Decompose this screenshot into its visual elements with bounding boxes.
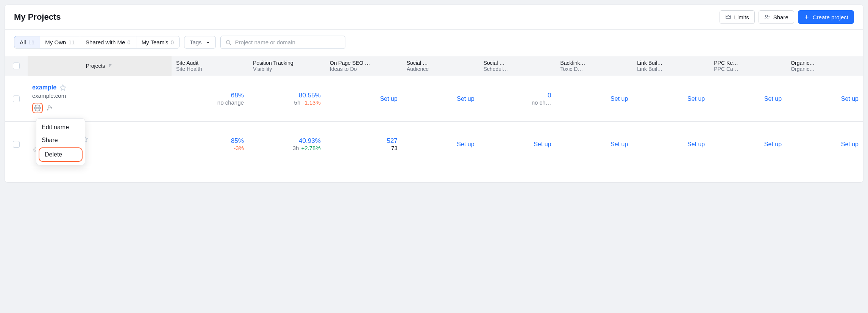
setup-link[interactable]: Set up — [687, 141, 705, 148]
cell-organic: Set up — [786, 122, 863, 167]
tab-all[interactable]: All 11 — [14, 36, 40, 49]
create-label: Create project — [813, 14, 848, 20]
setup-link[interactable]: Set up — [610, 95, 628, 102]
cell-link-building: Set up — [632, 122, 709, 167]
tab-shared-count: 0 — [127, 39, 130, 45]
tab-shared-label: Shared with Me — [86, 39, 125, 45]
tags-dropdown[interactable]: Tags — [184, 36, 216, 49]
tab-all-count: 11 — [28, 39, 35, 45]
tab-team[interactable]: My Team's 0 — [136, 36, 179, 48]
row-actions-menu: Edit name Share Delete — [36, 118, 85, 165]
header-projects-label: Projects — [86, 63, 105, 69]
card-header: My Projects Limits Share Create project — [5, 5, 863, 30]
select-all-checkbox[interactable] — [13, 63, 20, 69]
table-header: Projects Site Audit Site Health Position… — [5, 56, 863, 76]
cell-position-tracking: 40.93% 3h +2.78% — [248, 122, 325, 167]
project-name-link[interactable]: example — [32, 84, 56, 91]
cell-on-page-seo: Set up — [325, 76, 402, 121]
tab-team-label: My Team's — [142, 39, 169, 45]
search-icon — [225, 39, 231, 45]
setup-link[interactable]: Set up — [841, 141, 859, 148]
sort-icon — [108, 63, 113, 69]
cell-site-audit: 68% no change — [172, 76, 248, 121]
row-checkbox[interactable] — [13, 95, 20, 102]
share-label: Share — [773, 14, 788, 20]
header-ppc[interactable]: PPC Ke… PPC Ca… — [709, 56, 786, 76]
header-backlink[interactable]: Backlink… Toxic D… — [556, 56, 632, 76]
limits-label: Limits — [734, 14, 749, 20]
header-projects[interactable]: Projects — [28, 56, 172, 76]
cell-backlink: Set up — [556, 76, 632, 121]
cell-social-scheduling: 0 no ch… — [479, 76, 556, 121]
create-project-button[interactable]: Create project — [798, 10, 854, 24]
setup-link[interactable]: Set up — [841, 95, 859, 102]
tab-my-own[interactable]: My Own 11 — [40, 36, 80, 48]
page-title: My Projects — [14, 12, 61, 22]
share-button[interactable]: Share — [759, 10, 794, 24]
cell-site-audit: 85% -3% — [172, 122, 248, 167]
cell-social-scheduling: Set up — [479, 122, 556, 167]
chevron-down-icon — [206, 40, 210, 45]
svg-point-1 — [226, 40, 229, 44]
header-actions: Limits Share Create project — [720, 10, 854, 24]
limits-button[interactable]: Limits — [720, 10, 755, 24]
setup-link[interactable]: Set up — [610, 141, 628, 148]
table-row: example example.com — [5, 76, 863, 122]
star-icon[interactable] — [59, 84, 66, 91]
table-row: 85% -3% 40.93% 3h +2.78% 527 73 Set up S… — [5, 122, 863, 167]
header-on-page-seo[interactable]: On Page SEO … Ideas to Do — [325, 56, 402, 76]
crown-icon — [725, 14, 731, 20]
cell-link-building: Set up — [632, 76, 709, 121]
header-organic[interactable]: Organic… Organic… — [786, 56, 863, 76]
add-user-icon — [764, 14, 770, 20]
cell-organic: Set up — [786, 76, 863, 121]
search-input[interactable] — [234, 39, 340, 46]
header-site-audit[interactable]: Site Audit Site Health — [172, 56, 248, 76]
setup-link[interactable]: Set up — [764, 95, 782, 102]
project-domain: example.com — [32, 92, 167, 99]
setup-link[interactable]: Set up — [457, 95, 474, 102]
cell-social-audience: Set up — [402, 122, 479, 167]
menu-delete[interactable]: Delete — [39, 147, 83, 162]
setup-link[interactable]: Set up — [380, 95, 397, 102]
gear-icon[interactable] — [34, 105, 41, 111]
svg-point-2 — [37, 107, 39, 109]
header-link-building[interactable]: Link Buil… Link Buil… — [632, 56, 709, 76]
setup-link[interactable]: Set up — [687, 95, 705, 102]
projects-table: Projects Site Audit Site Health Position… — [5, 56, 863, 182]
cell-backlink: Set up — [556, 122, 632, 167]
cell-position-tracking: 80.55% 5h -1.13% — [248, 76, 325, 121]
cell-ppc: Set up — [709, 122, 786, 167]
menu-share[interactable]: Share — [36, 134, 85, 147]
setup-link[interactable]: Set up — [764, 141, 782, 148]
header-checkbox-cell — [5, 56, 28, 76]
toolbar: All 11 My Own 11 Shared with Me 0 My Tea… — [5, 30, 863, 56]
tab-all-label: All — [20, 39, 26, 45]
tab-team-count: 0 — [171, 39, 174, 45]
menu-edit-name[interactable]: Edit name — [36, 121, 85, 134]
search-box[interactable] — [220, 36, 345, 49]
svg-point-3 — [48, 106, 50, 108]
setup-link[interactable]: Set up — [457, 141, 474, 148]
tab-my-own-count: 11 — [68, 39, 75, 45]
plus-icon — [804, 14, 810, 20]
svg-point-0 — [765, 15, 767, 17]
filter-segmented: All 11 My Own 11 Shared with Me 0 My Tea… — [14, 36, 180, 49]
cell-ppc: Set up — [709, 76, 786, 121]
header-position-tracking[interactable]: Position Tracking Visibility — [248, 56, 325, 76]
cell-social-audience: Set up — [402, 76, 479, 121]
cell-on-page-seo: 527 73 — [325, 122, 402, 167]
tags-label: Tags — [190, 39, 202, 45]
row-checkbox[interactable] — [13, 141, 20, 148]
header-social-scheduling[interactable]: Social … Schedul… — [479, 56, 556, 76]
header-social-audience[interactable]: Social … Audience — [402, 56, 479, 76]
tab-my-own-label: My Own — [45, 39, 66, 45]
project-cell: example example.com — [28, 76, 172, 121]
setup-link[interactable]: Set up — [534, 141, 551, 148]
projects-card: My Projects Limits Share Create project — [5, 5, 863, 183]
add-user-icon[interactable] — [47, 105, 53, 111]
tab-shared[interactable]: Shared with Me 0 — [80, 36, 136, 48]
settings-gear-highlight — [32, 103, 43, 113]
